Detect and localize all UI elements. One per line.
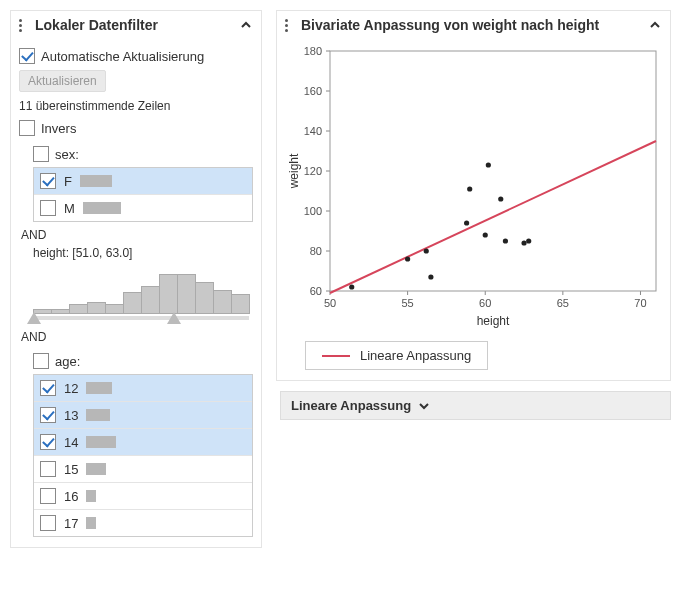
sex-option-bar — [83, 202, 121, 214]
svg-text:120: 120 — [303, 165, 321, 177]
age-option-checkbox[interactable] — [40, 461, 56, 477]
age-option-label: 16 — [64, 489, 78, 504]
sex-option-list: F M — [33, 167, 253, 222]
sex-option-label: M — [64, 201, 75, 216]
age-header-checkbox[interactable] — [33, 353, 49, 369]
chevron-down-icon — [417, 399, 431, 413]
sex-option-F[interactable]: F — [34, 168, 252, 195]
age-option-label: 13 — [64, 408, 78, 423]
height-slider-handle-left[interactable] — [27, 312, 41, 324]
auto-update-label: Automatische Aktualisierung — [41, 49, 204, 64]
collapse-bivariate-chevron-icon[interactable] — [648, 18, 662, 32]
age-option-15[interactable]: 15 — [34, 456, 252, 483]
age-label: age: — [55, 354, 80, 369]
linear-fit-disclosure[interactable]: Lineare Anpassung — [280, 391, 671, 420]
age-option-checkbox[interactable] — [40, 515, 56, 531]
svg-point-35 — [502, 238, 507, 243]
svg-point-34 — [498, 196, 503, 201]
age-option-label: 17 — [64, 516, 78, 531]
age-option-checkbox[interactable] — [40, 380, 56, 396]
age-option-bar — [86, 382, 112, 394]
sex-option-M[interactable]: M — [34, 195, 252, 221]
age-filter-block: age: 12 13 14 15 16 17 — [33, 350, 253, 537]
svg-point-27 — [405, 256, 410, 261]
svg-point-33 — [485, 162, 490, 167]
sex-option-checkbox[interactable] — [40, 200, 56, 216]
linear-fit-disclosure-label: Lineare Anpassung — [291, 398, 411, 413]
scatter-chart: 60801001201401601805055606570heightweigh… — [284, 43, 664, 333]
sex-header-checkbox[interactable] — [33, 146, 49, 162]
age-option-label: 15 — [64, 462, 78, 477]
filter-panel-header: Lokaler Datenfilter — [11, 11, 261, 39]
age-option-bar — [86, 409, 110, 421]
svg-text:160: 160 — [303, 85, 321, 97]
grip-icon[interactable] — [285, 19, 295, 32]
bivariate-header: Bivariate Anpassung von weight nach heig… — [277, 11, 670, 39]
svg-point-36 — [521, 240, 526, 245]
svg-point-28 — [423, 248, 428, 253]
svg-point-31 — [467, 186, 472, 191]
age-option-16[interactable]: 16 — [34, 483, 252, 510]
sex-header-row[interactable]: sex: — [33, 143, 253, 165]
height-range-label: height: [51.0, 63.0] — [19, 244, 253, 264]
chart-legend: Lineare Anpassung — [305, 341, 488, 370]
age-option-checkbox[interactable] — [40, 434, 56, 450]
bivariate-panel: Bivariate Anpassung von weight nach heig… — [276, 10, 671, 381]
sex-option-label: F — [64, 174, 72, 189]
age-option-checkbox[interactable] — [40, 407, 56, 423]
inverse-checkbox[interactable] — [19, 120, 35, 136]
legend-label: Lineare Anpassung — [360, 348, 471, 363]
inverse-row[interactable]: Invers — [19, 117, 253, 139]
svg-point-26 — [349, 284, 354, 289]
svg-text:65: 65 — [556, 297, 568, 309]
svg-text:weight: weight — [287, 153, 301, 189]
bivariate-title: Bivariate Anpassung von weight nach heig… — [301, 17, 642, 33]
filter-title: Lokaler Datenfilter — [35, 17, 233, 33]
collapse-filter-chevron-icon[interactable] — [239, 18, 253, 32]
grip-icon[interactable] — [19, 19, 29, 32]
age-option-label: 14 — [64, 435, 78, 450]
svg-point-32 — [482, 232, 487, 237]
height-histogram[interactable] — [33, 264, 249, 324]
match-count: 11 übereinstimmende Zeilen — [19, 95, 253, 117]
age-option-bar — [86, 463, 106, 475]
height-slider-handle-right[interactable] — [167, 312, 181, 324]
inverse-label: Invers — [41, 121, 76, 136]
svg-point-37 — [526, 238, 531, 243]
svg-line-25 — [330, 141, 656, 293]
age-option-17[interactable]: 17 — [34, 510, 252, 536]
sex-option-bar — [80, 175, 112, 187]
age-option-bar — [86, 436, 116, 448]
age-option-label: 12 — [64, 381, 78, 396]
age-header-row[interactable]: age: — [33, 350, 253, 372]
sex-option-checkbox[interactable] — [40, 173, 56, 189]
update-button[interactable]: Aktualisieren — [19, 70, 106, 92]
age-option-bar — [86, 490, 96, 502]
age-option-checkbox[interactable] — [40, 488, 56, 504]
filter-panel: Lokaler Datenfilter Automatische Aktuali… — [10, 10, 262, 548]
auto-update-row[interactable]: Automatische Aktualisierung — [19, 45, 253, 67]
svg-text:100: 100 — [303, 205, 321, 217]
svg-rect-24 — [330, 51, 656, 291]
height-slider-track[interactable] — [33, 316, 249, 320]
filter-body: Automatische Aktualisierung Aktualisiere… — [11, 39, 261, 547]
svg-text:180: 180 — [303, 45, 321, 57]
svg-point-29 — [428, 274, 433, 279]
auto-update-checkbox[interactable] — [19, 48, 35, 64]
svg-point-30 — [464, 220, 469, 225]
bivariate-column: Bivariate Anpassung von weight nach heig… — [276, 10, 671, 420]
svg-text:60: 60 — [479, 297, 491, 309]
sex-label: sex: — [55, 147, 79, 162]
svg-text:55: 55 — [401, 297, 413, 309]
age-option-bar — [86, 517, 96, 529]
sex-filter-block: sex: F M — [33, 143, 253, 222]
and-label-1: AND — [19, 222, 253, 244]
svg-text:140: 140 — [303, 125, 321, 137]
age-option-12[interactable]: 12 — [34, 375, 252, 402]
svg-text:60: 60 — [309, 285, 321, 297]
and-label-2: AND — [19, 324, 253, 346]
age-option-13[interactable]: 13 — [34, 402, 252, 429]
age-option-14[interactable]: 14 — [34, 429, 252, 456]
legend-line-icon — [322, 355, 350, 357]
svg-text:80: 80 — [309, 245, 321, 257]
